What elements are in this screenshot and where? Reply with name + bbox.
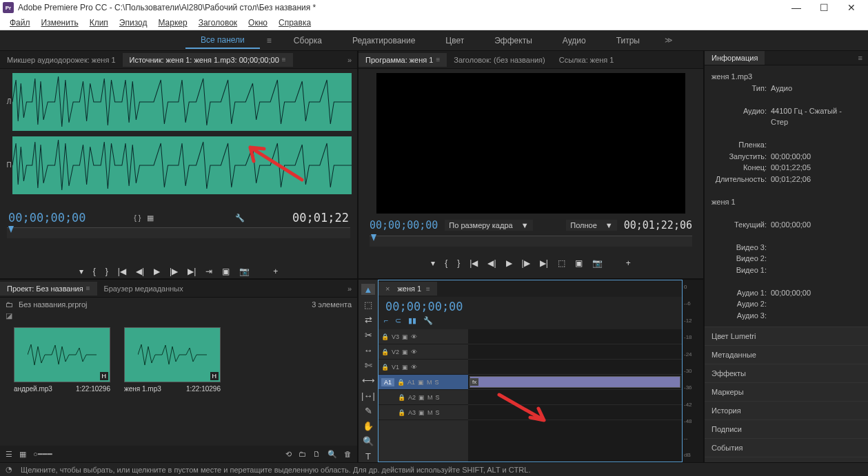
project-overflow-icon[interactable]: »	[342, 284, 357, 293]
menu-edit[interactable]: Изменить	[36, 17, 84, 29]
step-back-button[interactable]: ◀|	[487, 258, 496, 268]
tab-media-browser[interactable]: Браузер медиаданных	[97, 282, 190, 296]
menu-help[interactable]: Справка	[273, 17, 316, 29]
menu-sequence[interactable]: Эпизод	[114, 17, 153, 29]
export-frame-button[interactable]: 📷	[239, 267, 250, 276]
razor-tool[interactable]: ✄	[361, 360, 375, 371]
menu-clip[interactable]: Клип	[84, 17, 114, 29]
step-fwd-button[interactable]: |▶	[170, 267, 178, 276]
workspace-titles[interactable]: Титры	[601, 33, 655, 48]
selection-tool[interactable]: ▲	[361, 284, 375, 295]
panel-captions[interactable]: Подписи	[705, 420, 868, 438]
maximize-button[interactable]: ☐	[810, 2, 838, 13]
menu-file[interactable]: Файл	[4, 17, 36, 29]
track-select-tool[interactable]: ⬚	[361, 299, 375, 310]
pen-tool[interactable]: ✎	[361, 406, 375, 417]
filter-icon[interactable]: ◪	[6, 311, 12, 320]
project-item[interactable]: H женя 1.mp31:22:10296	[124, 327, 221, 393]
hand-tool[interactable]: ✋	[361, 421, 375, 432]
panel-effects[interactable]: Эффекты	[705, 364, 868, 382]
program-ruler[interactable]	[370, 236, 692, 247]
panel-menu-icon[interactable]: ≡	[86, 284, 90, 292]
workspace-color[interactable]: Цвет	[430, 33, 479, 48]
transport-plus-button[interactable]: +	[273, 267, 278, 276]
project-item[interactable]: H андрей.mp31:22:10296	[14, 327, 110, 393]
track-a3-header[interactable]: 🔒A3▣MS	[379, 405, 468, 420]
icon-view-button[interactable]: ▦	[19, 450, 26, 459]
workspace-audio[interactable]: Аудио	[547, 33, 601, 48]
source-tc-in[interactable]: 00;00;00;00	[8, 211, 86, 225]
menu-window[interactable]: Окно	[243, 17, 273, 29]
track-v2-header[interactable]: 🔒V2▣👁	[379, 344, 468, 360]
go-out-button[interactable]: ▶|	[188, 267, 196, 276]
slide-tool[interactable]: |↔|	[361, 391, 375, 402]
workspace-menu-icon[interactable]: ≡	[260, 33, 279, 48]
marker-button[interactable]: ▮▮	[408, 316, 416, 325]
transport-plus-button[interactable]: +	[626, 258, 631, 268]
sort-icon[interactable]: ⟲	[285, 450, 292, 459]
panel-history[interactable]: История	[705, 401, 868, 420]
mark-in-button[interactable]: {	[93, 267, 96, 276]
panel-events[interactable]: События	[705, 438, 868, 457]
panel-metadata[interactable]: Метаданные	[705, 345, 868, 364]
go-out-button[interactable]: ▶|	[540, 258, 548, 268]
track-a2-header[interactable]: 🔒A2▣MS	[379, 390, 468, 405]
timeline-tab[interactable]: × женя 1 ≡	[379, 282, 437, 296]
tab-audio-mixer[interactable]: Микшер аудиодорожек: женя 1	[0, 53, 123, 67]
minimize-button[interactable]: —	[783, 2, 810, 13]
linked-selection-button[interactable]: ⊂	[395, 316, 401, 325]
go-in-button[interactable]: |◀	[118, 267, 126, 276]
panel-menu-icon[interactable]: ≡	[424, 285, 430, 293]
new-bin-button[interactable]: 🗀	[299, 450, 306, 458]
workspace-overflow-icon[interactable]: ≫	[655, 33, 683, 48]
rolling-tool[interactable]: ✂	[361, 329, 375, 340]
source-settings-icon[interactable]: 🔧	[235, 214, 245, 223]
quality-dropdown[interactable]: Полное▼	[566, 220, 616, 231]
workspace-editing[interactable]: Редактирование	[337, 33, 430, 48]
panel-lumetri[interactable]: Цвет Lumetri	[705, 327, 868, 345]
add-marker-button[interactable]: ▾	[431, 258, 435, 268]
add-marker-button[interactable]: ▾	[79, 267, 83, 276]
audio-clip[interactable]: fx	[470, 376, 680, 388]
zoom-tool[interactable]: 🔍	[361, 436, 375, 447]
source-waveform[interactable]: Л П	[6, 73, 352, 205]
lift-button[interactable]: ⬚	[558, 258, 565, 268]
tab-title[interactable]: Заголовок: (без названия)	[447, 53, 552, 67]
workspace-all-panels[interactable]: Все панели	[185, 32, 260, 49]
ripple-tool[interactable]: ⇄	[361, 314, 375, 325]
panel-markers[interactable]: Маркеры	[705, 382, 868, 401]
playhead-icon[interactable]	[371, 234, 376, 241]
mark-in-button[interactable]: {	[445, 258, 447, 268]
tab-project[interactable]: Проект: Без названия≡	[0, 282, 97, 296]
menu-marker[interactable]: Маркер	[152, 17, 192, 29]
find-button[interactable]: 🔍	[327, 450, 337, 459]
tab-program[interactable]: Программа: женя 1≡	[359, 53, 447, 67]
track-v3-header[interactable]: 🔒V3▣👁	[379, 329, 468, 344]
step-back-button[interactable]: ◀|	[136, 267, 144, 276]
new-item-button[interactable]: 🗋	[313, 450, 321, 458]
zoom-fit-icon[interactable]: { }	[134, 214, 141, 223]
rate-stretch-tool[interactable]: ↔	[361, 344, 375, 355]
mark-out-button[interactable]: }	[105, 267, 108, 276]
program-tc-in[interactable]: 00;00;00;00	[370, 219, 438, 231]
overwrite-button[interactable]: ▣	[222, 267, 230, 276]
workspace-effects[interactable]: Эффекты	[479, 33, 547, 48]
close-button[interactable]: ✕	[838, 2, 865, 13]
play-button[interactable]: ▶	[506, 258, 512, 268]
tl-settings-button[interactable]: 🔧	[423, 316, 433, 325]
menu-title[interactable]: Заголовок	[193, 17, 243, 29]
source-overflow-icon[interactable]: »	[342, 56, 357, 64]
timeline-tracks[interactable]: fx	[468, 329, 682, 462]
snap-button[interactable]: ⌐	[384, 316, 388, 325]
type-tool[interactable]: T	[361, 451, 375, 462]
export-frame-button[interactable]: 📷	[592, 258, 603, 268]
tab-source[interactable]: Источник: женя 1: женя 1.mp3: 00;00;00;0…	[123, 53, 293, 67]
timeline-tc[interactable]: 00;00;00;00	[385, 300, 463, 313]
step-fwd-button[interactable]: |▶	[522, 258, 530, 268]
insert-button[interactable]: ⇥	[205, 267, 212, 276]
slip-tool[interactable]: ⟷	[361, 375, 375, 386]
playhead-icon[interactable]	[8, 226, 14, 233]
track-v1-header[interactable]: 🔒V1▣👁	[379, 360, 468, 375]
extract-button[interactable]: ▣	[575, 258, 583, 268]
delete-button[interactable]: 🗑	[344, 450, 352, 458]
